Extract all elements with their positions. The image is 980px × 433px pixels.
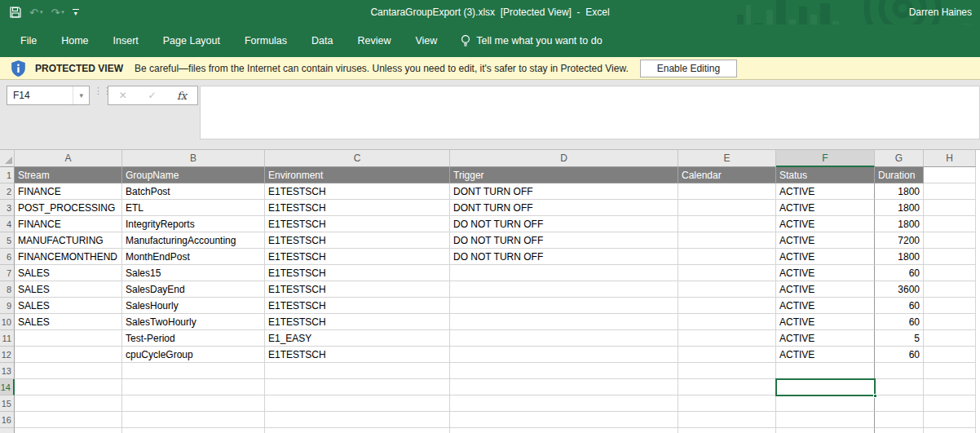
- cell-C2[interactable]: E1TESTSCH: [265, 183, 450, 200]
- cell-G14[interactable]: [875, 379, 924, 395]
- cell-B4[interactable]: IntegrityReports: [122, 216, 265, 232]
- cell-C10[interactable]: E1TESTSCH: [265, 314, 450, 330]
- cell-D3[interactable]: DONT TURN OFF: [450, 200, 678, 216]
- column-header-E[interactable]: E: [678, 150, 776, 167]
- cell-C17[interactable]: [265, 428, 450, 433]
- customize-quick-access-icon[interactable]: ▾: [73, 9, 79, 15]
- cell-C6[interactable]: E1TESTSCH: [265, 249, 450, 265]
- cell-B13[interactable]: [122, 363, 265, 379]
- row-header-17[interactable]: [0, 428, 15, 433]
- cell-H13[interactable]: [924, 363, 976, 379]
- row-header-1[interactable]: 1: [0, 167, 15, 183]
- column-header-F[interactable]: F: [776, 150, 875, 167]
- cell-C14[interactable]: [265, 379, 450, 395]
- cancel-icon[interactable]: ✕: [119, 90, 127, 101]
- redo-icon[interactable]: ↷▾: [51, 7, 64, 19]
- cell-A16[interactable]: [15, 412, 122, 428]
- cell-G16[interactable]: [875, 412, 924, 428]
- cell-F8[interactable]: ACTIVE: [776, 281, 875, 298]
- column-header-H[interactable]: H: [924, 150, 976, 167]
- cell-D14[interactable]: [450, 379, 678, 395]
- cell-D10[interactable]: [450, 314, 678, 330]
- cell-H6[interactable]: [924, 249, 976, 265]
- row-header-8[interactable]: 8: [0, 281, 15, 298]
- row-header-15[interactable]: 15: [0, 395, 15, 412]
- cell-C9[interactable]: E1TESTSCH: [265, 298, 450, 314]
- row-header-6[interactable]: 6: [0, 249, 15, 265]
- cell-G8[interactable]: 3600: [875, 281, 924, 298]
- cell-H11[interactable]: [924, 330, 976, 347]
- cell-G17[interactable]: [875, 428, 924, 433]
- formula-bar-resize-dots[interactable]: ⋮⋮: [94, 88, 99, 93]
- tab-formulas[interactable]: Formulas: [232, 30, 299, 51]
- cell-F16[interactable]: [776, 412, 875, 428]
- cell-D16[interactable]: [450, 412, 678, 428]
- cell-G5[interactable]: 7200: [875, 232, 924, 249]
- cell-B2[interactable]: BatchPost: [122, 183, 265, 200]
- cell-B5[interactable]: ManufacturingAccounting: [122, 232, 265, 249]
- cell-E14[interactable]: [678, 379, 776, 395]
- cell-F10[interactable]: ACTIVE: [776, 314, 875, 330]
- tab-home[interactable]: Home: [49, 30, 100, 51]
- cell-E10[interactable]: [678, 314, 776, 330]
- cell-D2[interactable]: DONT TURN OFF: [450, 183, 678, 200]
- cell-B12[interactable]: cpuCycleGroup: [122, 347, 265, 363]
- cell-A9[interactable]: SALES: [15, 298, 122, 314]
- cell-H3[interactable]: [924, 200, 976, 216]
- cell-B14[interactable]: [122, 379, 265, 395]
- cell-A13[interactable]: [15, 363, 122, 379]
- cell-C11[interactable]: E1_EASY: [265, 330, 450, 347]
- enter-icon[interactable]: ✓: [148, 90, 156, 101]
- cell-D8[interactable]: [450, 281, 678, 298]
- cell-C13[interactable]: [265, 363, 450, 379]
- column-header-D[interactable]: D: [450, 150, 678, 167]
- save-icon[interactable]: [10, 7, 21, 18]
- cell-A12[interactable]: [15, 347, 122, 363]
- cell-H9[interactable]: [924, 298, 976, 314]
- cell-E2[interactable]: [678, 183, 776, 200]
- cell-H5[interactable]: [924, 232, 976, 249]
- row-header-11[interactable]: 11: [0, 330, 15, 347]
- cell-H8[interactable]: [924, 281, 976, 298]
- cell-G15[interactable]: [875, 395, 924, 412]
- name-box-dropdown-icon[interactable]: ▾: [73, 86, 89, 104]
- cell-C15[interactable]: [265, 395, 450, 412]
- cell-B8[interactable]: SalesDayEnd: [122, 281, 265, 298]
- cell-D12[interactable]: [450, 347, 678, 363]
- cell-F5[interactable]: ACTIVE: [776, 232, 875, 249]
- row-header-16[interactable]: 16: [0, 412, 15, 428]
- cell-F14[interactable]: [776, 379, 875, 395]
- cell-H1[interactable]: [924, 167, 976, 183]
- cell-D1[interactable]: Trigger: [450, 167, 678, 183]
- cell-E1[interactable]: Calendar: [678, 167, 776, 183]
- cell-H12[interactable]: [924, 347, 976, 363]
- tab-insert[interactable]: Insert: [101, 30, 151, 51]
- cell-G1[interactable]: Duration: [875, 167, 924, 183]
- cell-A6[interactable]: FINANCEMONTHEND: [15, 249, 122, 265]
- cell-H16[interactable]: [924, 412, 976, 428]
- cell-G2[interactable]: 1800: [875, 183, 924, 200]
- cell-F7[interactable]: ACTIVE: [776, 265, 875, 281]
- cell-F12[interactable]: ACTIVE: [776, 347, 875, 363]
- cell-A11[interactable]: [15, 330, 122, 347]
- cell-D9[interactable]: [450, 298, 678, 314]
- cell-B3[interactable]: ETL: [122, 200, 265, 216]
- cell-D17[interactable]: [450, 428, 678, 433]
- row-header-13[interactable]: 13: [0, 363, 15, 379]
- cell-B16[interactable]: [122, 412, 265, 428]
- tab-review[interactable]: Review: [345, 30, 403, 51]
- cell-G13[interactable]: [875, 363, 924, 379]
- cell-B7[interactable]: Sales15: [122, 265, 265, 281]
- cell-F3[interactable]: ACTIVE: [776, 200, 875, 216]
- cell-E15[interactable]: [678, 395, 776, 412]
- cell-D15[interactable]: [450, 395, 678, 412]
- column-header-G[interactable]: G: [875, 150, 924, 167]
- tab-data[interactable]: Data: [299, 30, 345, 51]
- cell-G9[interactable]: 60: [875, 298, 924, 314]
- cell-G7[interactable]: 60: [875, 265, 924, 281]
- cell-E6[interactable]: [678, 249, 776, 265]
- row-header-9[interactable]: 9: [0, 298, 15, 314]
- cell-F17[interactable]: [776, 428, 875, 433]
- tab-view[interactable]: View: [403, 30, 449, 51]
- cell-D6[interactable]: DO NOT TURN OFF: [450, 249, 678, 265]
